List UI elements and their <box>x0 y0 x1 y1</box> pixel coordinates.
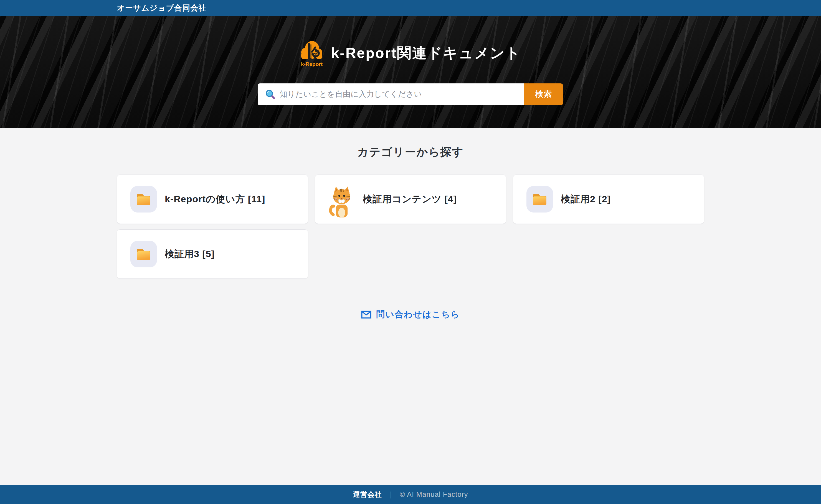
svg-text:k-Report: k-Report <box>301 61 323 67</box>
folder-icon-tile <box>526 186 553 213</box>
page-title: k-Report関連ドキュメント <box>331 44 521 63</box>
hero-title-row: k-Report k-Report関連ドキュメント <box>300 39 521 67</box>
company-name: オーサムジョブ合同会社 <box>117 4 207 12</box>
hero-section: k-Report k-Report関連ドキュメント 検索 <box>0 16 821 128</box>
categories-heading: カテゴリーから探す <box>0 128 821 160</box>
search-icon <box>265 89 275 99</box>
category-card-grid: k-Reportの使い方 [11] <box>117 175 704 279</box>
folder-icon <box>532 193 547 206</box>
category-card-verification-3[interactable]: 検証用3 [5] <box>117 229 308 279</box>
search-input[interactable] <box>280 83 524 105</box>
folder-icon-tile <box>130 241 157 267</box>
cat-icon <box>328 184 355 218</box>
card-icon-slot <box>328 186 355 213</box>
contact-link-label: 問い合わせはこちら <box>376 309 460 320</box>
folder-icon-tile <box>130 186 157 213</box>
card-label: k-Reportの使い方 [11] <box>165 193 265 206</box>
category-card-k-report-usage[interactable]: k-Reportの使い方 [11] <box>117 175 308 224</box>
card-icon-slot <box>526 186 553 213</box>
main-content: カテゴリーから探す k-Reportの使い方 [11] <box>0 128 821 485</box>
search-bar: 検索 <box>258 83 563 105</box>
card-icon-slot <box>130 241 157 267</box>
card-label: 検証用2 [2] <box>561 193 611 206</box>
card-label: 検証用3 [5] <box>165 248 215 260</box>
card-icon-slot <box>130 186 157 213</box>
folder-icon <box>136 248 151 260</box>
footer-company-link[interactable]: 運営会社 <box>353 490 382 499</box>
top-bar: オーサムジョブ合同会社 <box>0 0 821 16</box>
search-button[interactable]: 検索 <box>524 83 563 105</box>
category-card-verification-2[interactable]: 検証用2 [2] <box>513 175 704 224</box>
footer: 運営会社 ｜ © AI Manual Factory <box>0 485 821 504</box>
category-card-verification-contents[interactable]: 検証用コンテンツ [4] <box>315 175 506 224</box>
folder-icon <box>136 193 151 206</box>
card-label: 検証用コンテンツ [4] <box>363 193 457 206</box>
mail-icon <box>361 311 371 319</box>
footer-copyright: © AI Manual Factory <box>400 490 468 498</box>
contact-link[interactable]: 問い合わせはこちら <box>0 309 821 320</box>
footer-separator: ｜ <box>387 490 394 499</box>
k-report-logo-icon: k-Report <box>300 39 324 67</box>
search-box <box>258 83 524 105</box>
